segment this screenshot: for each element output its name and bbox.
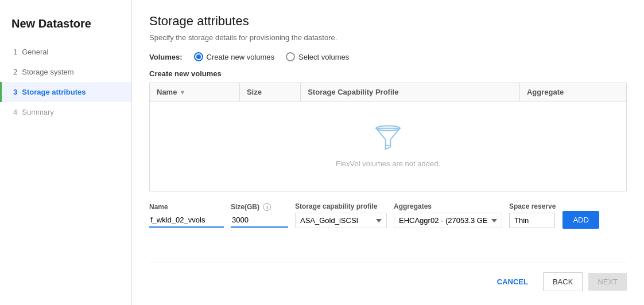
space-reserve-label: Space reserve: [509, 202, 556, 210]
volumes-row: Volumes: Create new volumes Select volum…: [149, 52, 627, 61]
page-title: Storage attributes: [149, 14, 627, 29]
empty-text: FlexVol volumes are not added.: [174, 159, 602, 168]
col-size: Size: [239, 83, 300, 101]
next-button[interactable]: NEXT: [588, 273, 627, 291]
col-aggregate: Aggregate: [519, 83, 626, 101]
form-size-col: Size(GB) i: [231, 203, 288, 228]
sidebar-item-general[interactable]: 1 General: [0, 42, 131, 62]
aggregates-label: Aggregates: [394, 202, 502, 210]
name-input[interactable]: [149, 213, 224, 228]
cancel-button[interactable]: CANCEL: [488, 273, 537, 291]
sidebar-item-number: 4: [13, 108, 17, 116]
col-profile: Storage Capability Profile: [301, 83, 520, 101]
sidebar-item-number: 1: [13, 48, 17, 56]
main-content: Storage attributes Specify the storage d…: [132, 0, 644, 305]
name-label: Name: [149, 203, 224, 211]
sidebar-item-summary[interactable]: 4 Summary: [0, 102, 131, 122]
radio-select-volumes[interactable]: Select volumes: [286, 52, 349, 61]
form-name-col: Name: [149, 203, 224, 228]
radio-create-icon: [194, 52, 203, 61]
funnel-icon: [374, 124, 402, 153]
sidebar-item-number: 3: [13, 88, 17, 96]
profile-label: Storage capability profile: [295, 202, 387, 210]
empty-state: FlexVol volumes are not added.: [157, 107, 619, 185]
volumes-label: Volumes:: [149, 53, 183, 61]
sidebar-item-label: General: [22, 48, 48, 56]
size-input[interactable]: [231, 213, 288, 228]
radio-create-volumes[interactable]: Create new volumes: [194, 52, 275, 61]
page-subtitle: Specify the storage details for provisio…: [149, 33, 627, 42]
form-space-reserve-col: Space reserve: [509, 202, 556, 228]
section-subtitle: Create new volumes: [149, 69, 627, 78]
sort-icon[interactable]: ▼: [179, 89, 185, 96]
back-button[interactable]: BACK: [543, 272, 583, 291]
aggregates-select[interactable]: EHCAggr02 - (27053.3 GE: [394, 213, 502, 228]
add-form: Name Size(GB) i Storage capability profi…: [149, 202, 627, 229]
space-reserve-input[interactable]: [509, 213, 555, 228]
form-profile-col: Storage capability profile ASA_Gold_iSCS…: [295, 202, 387, 228]
sidebar-title: New Datastore: [0, 11, 131, 42]
sidebar-item-number: 2: [13, 68, 17, 76]
sidebar-item-storage-attributes[interactable]: 3 Storage attributes: [0, 82, 131, 102]
profile-select[interactable]: ASA_Gold_iSCSI ASA_Silver_iSCSI: [295, 213, 387, 228]
info-icon[interactable]: i: [263, 203, 271, 211]
table-empty-cell: FlexVol volumes are not added.: [150, 101, 627, 191]
volumes-table: Name ▼ Size Storage Capability Profile A…: [149, 83, 627, 191]
footer: CANCEL BACK NEXT: [149, 263, 627, 291]
add-button[interactable]: ADD: [562, 211, 599, 229]
col-name: Name ▼: [150, 83, 240, 101]
form-aggregates-col: Aggregates EHCAggr02 - (27053.3 GE: [394, 202, 502, 228]
sidebar-item-label: Storage system: [22, 68, 73, 76]
sidebar-item-label: Summary: [22, 108, 54, 116]
sidebar: New Datastore 1 General 2 Storage system…: [0, 0, 132, 305]
size-label: Size(GB) i: [231, 203, 288, 211]
sidebar-item-label: Storage attributes: [22, 88, 86, 96]
radio-select-label: Select volumes: [298, 53, 349, 61]
radio-create-label: Create new volumes: [207, 53, 275, 61]
radio-select-icon: [286, 52, 295, 61]
sidebar-item-storage-system[interactable]: 2 Storage system: [0, 62, 131, 82]
